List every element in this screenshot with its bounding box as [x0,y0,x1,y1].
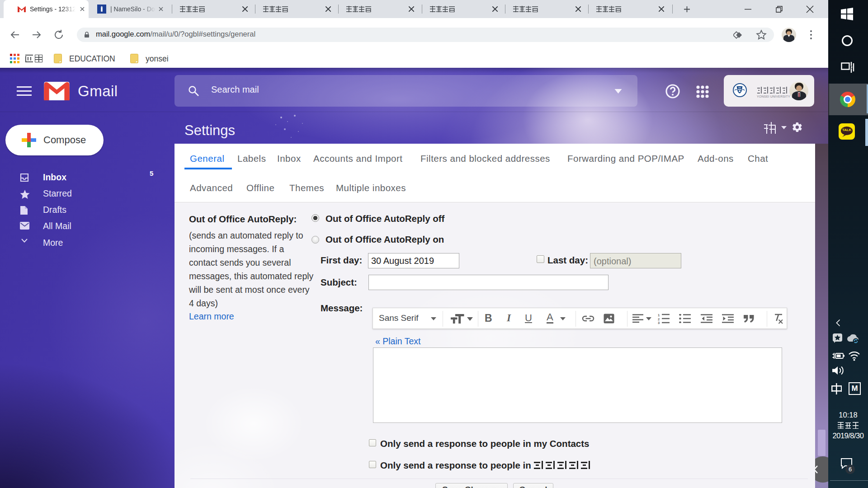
svg-text:3: 3 [658,321,660,324]
svg-text:1: 1 [658,313,660,317]
